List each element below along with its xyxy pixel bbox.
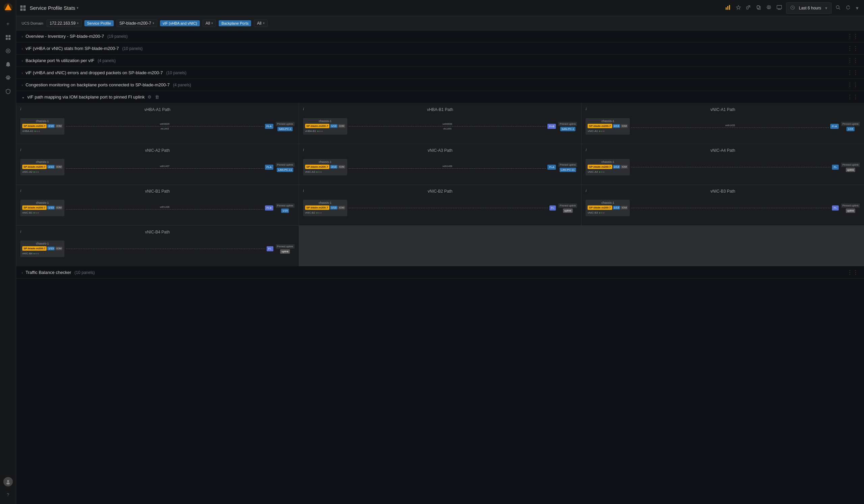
svg-point-7 [8, 50, 9, 52]
path-card-vhba-a1: i vHBA-A1 Path chassis-1 SP-blade-m200-7… [16, 103, 299, 144]
fi-box: FI-A [830, 124, 839, 129]
blade-label: SP-blade-m200-7 [22, 246, 47, 251]
share-icon[interactable] [745, 4, 752, 12]
green-dot [316, 171, 317, 173]
service-profile-dropdown[interactable]: SP-blade-m200-7 ▾ [117, 20, 157, 27]
chassis-label: chassis-1 [305, 160, 345, 164]
vif-label: vIF (vHBA and vNIC) [160, 20, 200, 26]
dot [320, 171, 322, 173]
path-card-vhba-b1: i vHBA-B1 Path chassis-1 SP-blade-m200-7… [299, 103, 581, 144]
section-backplane-util[interactable]: › Backplane port % utilization per vIF (… [16, 55, 864, 67]
search-icon[interactable] [834, 4, 842, 12]
backplane-value: All [257, 21, 261, 26]
blade-label: SP-blade-m200-7 [588, 124, 612, 128]
svg-rect-14 [729, 5, 730, 10]
chassis-label: chassis-1 [588, 160, 628, 164]
section-traffic-balance[interactable]: › Traffic Balance checker (10 panels) ⋮⋮ [16, 267, 864, 279]
svg-rect-4 [6, 38, 8, 40]
fi-box: FI-A [548, 164, 556, 170]
sidebar-item-alerts[interactable] [2, 58, 14, 71]
dot [318, 212, 320, 213]
blade-label: SP-blade-m200-7 [305, 164, 329, 169]
monitor-icon[interactable] [775, 4, 783, 12]
fi-box: FI-A [265, 124, 273, 129]
path-card-inner: i vNIC-A2 Path chassis-1 SP-blade-m200-7… [20, 148, 295, 175]
green-dot [33, 253, 35, 254]
dot [321, 131, 323, 132]
dashed-line [66, 249, 265, 249]
green-dot [599, 171, 600, 173]
chart-icon[interactable] [724, 3, 732, 12]
topbar: Service Profile Stats ▾ [16, 0, 864, 16]
blade-label: SP-blade-m200-7 [305, 206, 329, 210]
section-vif-stats[interactable]: › vIF (vHBA or vNIC) stats from SP-blade… [16, 42, 864, 55]
ucs-domain-dropdown[interactable]: 172.22.163.59 ▾ [47, 20, 82, 27]
chassis-label: chassis-1 [305, 120, 345, 123]
connector-dots [316, 171, 322, 173]
sidebar-item-dashboard[interactable] [2, 32, 14, 44]
section-vif-errors[interactable]: › vIF (vHBA and vNIC) errors and dropped… [16, 67, 864, 79]
uplink-badge: uplink [846, 168, 855, 172]
path-diagram: chassis-1 SP-blade-m200-7 2/19 IOM vHBA-… [20, 118, 295, 135]
title-chevron[interactable]: ▾ [76, 6, 79, 10]
sidebar-item-add[interactable]: + [2, 18, 14, 30]
dot [603, 171, 604, 173]
svg-point-10 [7, 480, 9, 482]
sidebar-help[interactable]: ? [2, 489, 14, 501]
time-picker[interactable]: Last 6 hours ▾ [786, 2, 832, 14]
vif-path-trash[interactable]: 🗑 [154, 94, 160, 100]
green-dot [599, 212, 600, 213]
sidebar-item-explore[interactable] [2, 45, 14, 57]
more-icon[interactable]: ▾ [854, 4, 860, 12]
vif-value: All [205, 21, 210, 26]
sp-chevron: ▾ [153, 21, 154, 25]
info-icon: i [586, 148, 587, 152]
backplane-dropdown[interactable]: All ▾ [254, 20, 267, 27]
card-title: vNIC-B1 Path [145, 189, 170, 194]
path-diagram: chassis-1 SP-blade-m200-7 1/13 IOM vNIC-… [20, 241, 295, 257]
sidebar-item-shield[interactable] [2, 85, 14, 98]
green-dot [34, 131, 36, 132]
chassis-label: chassis-1 [588, 120, 628, 123]
section-congestion[interactable]: › Congestion monitoring on backplane por… [16, 79, 864, 91]
sidebar-item-settings[interactable] [2, 72, 14, 84]
star-icon[interactable] [735, 4, 742, 12]
dot [320, 212, 322, 213]
iom-badge: IOM [621, 206, 628, 209]
card-title: vHBA-A1 Path [144, 107, 170, 112]
blade-row: SP-blade-m200-7 1/13 IOM [305, 124, 345, 128]
svg-point-6 [6, 49, 10, 53]
dot [319, 131, 321, 132]
pinned-label: Pinned uplink [558, 163, 577, 167]
fi-box: FI- [550, 206, 556, 210]
traffic-balance-dots: ⋮⋮ [847, 269, 859, 275]
chassis-label: chassis-1 [22, 120, 62, 123]
card-title: vNIC-B4 Path [145, 230, 170, 234]
connector-dots [33, 171, 39, 173]
logo[interactable] [3, 3, 13, 13]
copy-icon[interactable] [755, 4, 763, 12]
chassis-box: chassis-1 SP-blade-m200-7 1/13 IOM vNIC-… [303, 200, 347, 216]
dashed-line [349, 168, 546, 169]
service-profile-label: Service Profile [84, 20, 114, 26]
vnic-label: vNIC-B3 [588, 210, 598, 215]
iom-badge: IOM [621, 124, 628, 128]
backplane-util-chevron: › [22, 59, 23, 63]
refresh-icon[interactable] [844, 4, 852, 12]
vif-path-chevron[interactable]: ⌄ [22, 95, 25, 99]
chassis-label: chassis-1 [22, 201, 62, 205]
svg-rect-8 [8, 66, 9, 67]
path-card-vnic-b1: i vNIC-B1 Path chassis-1 SP-blade-m200-7… [16, 185, 299, 225]
vif-errors-count: (10 panels) [166, 71, 186, 75]
vif-path-gear[interactable]: ⚙ [147, 94, 152, 100]
svg-line-28 [839, 9, 840, 10]
vif-dropdown[interactable]: All ▾ [203, 20, 216, 27]
dot [35, 253, 37, 254]
connector-dots [33, 212, 39, 213]
uplink-badge: LAN-PC-11 [277, 168, 293, 172]
svg-point-27 [836, 6, 839, 9]
settings-icon[interactable] [765, 4, 772, 12]
section-overview[interactable]: › Overview - Inventory - SP-blade-m200-7… [16, 30, 864, 42]
eth1-label: veth9635 [160, 123, 169, 125]
vnic-label: vNIC-A2 [22, 170, 32, 174]
